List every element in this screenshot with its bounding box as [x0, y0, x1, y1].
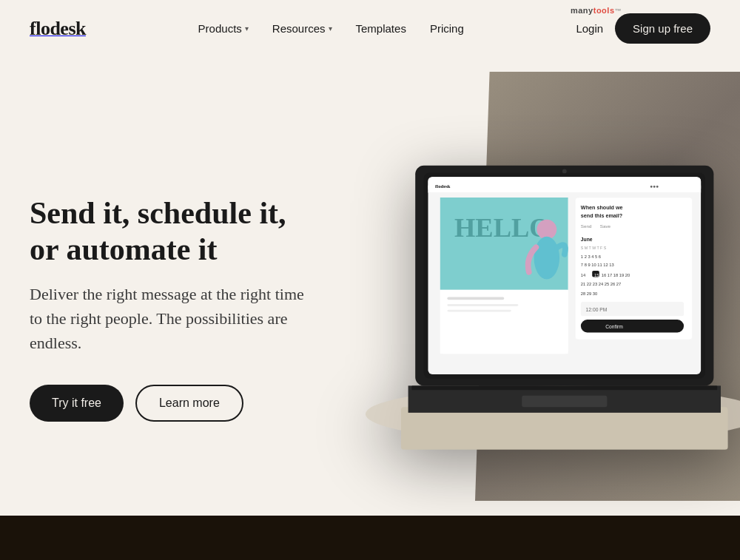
- nav-link-templates[interactable]: Templates: [356, 22, 406, 35]
- svg-rect-19: [447, 297, 504, 300]
- svg-rect-20: [447, 304, 518, 306]
- svg-rect-9: [428, 186, 701, 193]
- svg-text:7   8   9 10 11 12 13: 7 8 9 10 11 12 13: [581, 263, 614, 267]
- nav-link-products[interactable]: Products ▾: [198, 22, 249, 35]
- manytools-badge: manytools™: [571, 6, 622, 15]
- svg-text:21 22 23 24 25 26 27: 21 22 23 24 25 26 27: [581, 282, 621, 286]
- hero-image: flodesk ●●● HELLO: [336, 72, 740, 501]
- hero-title: Send it, schedule it, or automate it: [30, 195, 306, 267]
- nav-item-resources[interactable]: Resources ▾: [272, 22, 332, 35]
- nav-item-templates[interactable]: Templates: [356, 22, 406, 35]
- svg-text:S  M  T  W  T  F  S: S M T W T F S: [581, 246, 607, 250]
- manytools-many-text: many: [571, 6, 593, 15]
- svg-text:Save: Save: [600, 223, 611, 229]
- hero-content: Send it, schedule it, or automate it Del…: [30, 151, 336, 422]
- nav-link-pricing[interactable]: Pricing: [430, 22, 464, 35]
- signup-button[interactable]: Sign up free: [615, 13, 710, 44]
- learn-more-button[interactable]: Learn more: [135, 385, 243, 422]
- svg-rect-39: [581, 320, 684, 332]
- laptop-illustration: flodesk ●●● HELLO: [336, 109, 740, 464]
- svg-text:Confirm: Confirm: [605, 324, 623, 329]
- nav-link-resources[interactable]: Resources ▾: [272, 22, 332, 35]
- svg-text:Send: Send: [581, 223, 592, 229]
- svg-text:14: 14: [581, 273, 586, 277]
- svg-text:flodesk: flodesk: [435, 183, 451, 189]
- svg-point-41: [562, 169, 567, 174]
- svg-text:send this email?: send this email?: [581, 212, 622, 219]
- svg-rect-21: [447, 310, 511, 312]
- nav-item-products[interactable]: Products ▾: [198, 22, 249, 35]
- logo-link[interactable]: flodesk: [30, 18, 86, 40]
- manytools-tools-text: tools: [593, 6, 615, 15]
- nav-item-pricing[interactable]: Pricing: [430, 22, 464, 35]
- nav-links: Products ▾ Resources ▾ Templates Pricing: [198, 22, 464, 35]
- hero-subtitle: Deliver the right message at the right t…: [30, 282, 306, 355]
- svg-rect-3: [411, 385, 717, 390]
- chevron-down-icon: ▾: [245, 24, 249, 33]
- nav-actions: Login Sign up free: [576, 13, 710, 44]
- svg-point-17: [534, 237, 560, 280]
- svg-text:June: June: [581, 237, 593, 242]
- logo: flodesk: [30, 18, 86, 39]
- svg-text:12:00 PM: 12:00 PM: [586, 307, 608, 312]
- manytools-suffix: ™: [615, 7, 622, 15]
- svg-text:28 29 30: 28 29 30: [581, 291, 597, 296]
- svg-text:●●●: ●●●: [650, 183, 659, 189]
- svg-text:15: 15: [594, 273, 599, 277]
- navbar: flodesk Products ▾ Resources ▾ Templates…: [0, 0, 740, 57]
- chevron-down-icon: ▾: [329, 24, 332, 33]
- svg-text:16 17 18 19 20: 16 17 18 19 20: [602, 273, 630, 277]
- try-it-free-button[interactable]: Try it free: [30, 385, 124, 422]
- svg-text:HELLO: HELLO: [454, 212, 551, 243]
- svg-rect-4: [522, 396, 607, 407]
- hero-section: Send it, schedule it, or automate it Del…: [0, 57, 740, 516]
- svg-text:1   2   3   4   5   6: 1 2 3 4 5 6: [581, 254, 601, 259]
- svg-rect-1: [401, 407, 728, 450]
- svg-point-16: [536, 220, 556, 240]
- login-button[interactable]: Login: [576, 22, 603, 35]
- hero-buttons: Try it free Learn more: [30, 385, 306, 422]
- footer-bar: [0, 516, 740, 560]
- svg-text:When should we: When should we: [581, 204, 623, 211]
